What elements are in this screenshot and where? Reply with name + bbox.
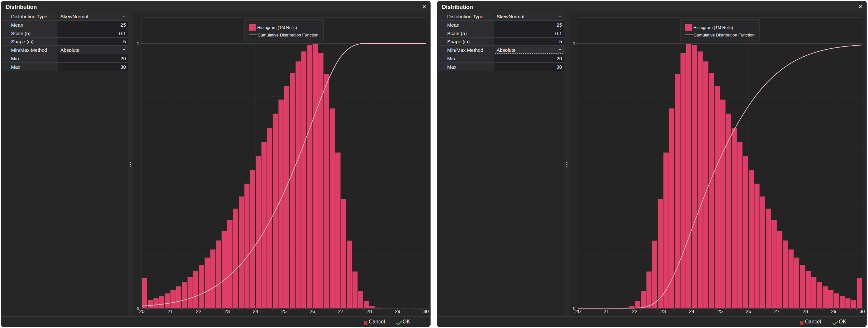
svg-text:0: 0 <box>573 306 575 311</box>
svg-text:26: 26 <box>310 308 315 314</box>
svg-text:Histogram (1M Rolls): Histogram (1M Rolls) <box>693 25 733 30</box>
svg-text:Cumulative Distribution Functi: Cumulative Distribution Function <box>257 33 318 37</box>
svg-text:1: 1 <box>137 41 139 46</box>
svg-text:23: 23 <box>660 308 666 314</box>
svg-text:30: 30 <box>424 308 429 314</box>
svg-text:22: 22 <box>632 308 638 314</box>
svg-text:25: 25 <box>281 308 287 314</box>
svg-text:21: 21 <box>167 308 173 314</box>
svg-text:0: 0 <box>137 306 139 311</box>
svg-text:21: 21 <box>603 308 609 314</box>
svg-text:26: 26 <box>746 308 751 314</box>
svg-text:29: 29 <box>831 308 836 314</box>
svg-text:20: 20 <box>139 308 145 314</box>
svg-text:27: 27 <box>338 308 343 314</box>
svg-text:Cumulative Distribution Functi: Cumulative Distribution Function <box>694 33 754 37</box>
svg-text:30: 30 <box>860 308 865 314</box>
svg-text:22: 22 <box>196 308 201 314</box>
svg-text:24: 24 <box>689 308 694 314</box>
svg-text:20: 20 <box>575 308 581 314</box>
svg-text:23: 23 <box>224 308 230 314</box>
svg-text:28: 28 <box>367 308 372 314</box>
svg-text:29: 29 <box>395 308 400 314</box>
svg-text:25: 25 <box>717 308 723 314</box>
svg-text:Histogram (1M Rolls): Histogram (1M Rolls) <box>257 25 297 30</box>
svg-text:28: 28 <box>803 308 808 314</box>
svg-text:24: 24 <box>253 308 258 314</box>
svg-text:1: 1 <box>573 41 575 46</box>
svg-text:27: 27 <box>774 308 779 314</box>
